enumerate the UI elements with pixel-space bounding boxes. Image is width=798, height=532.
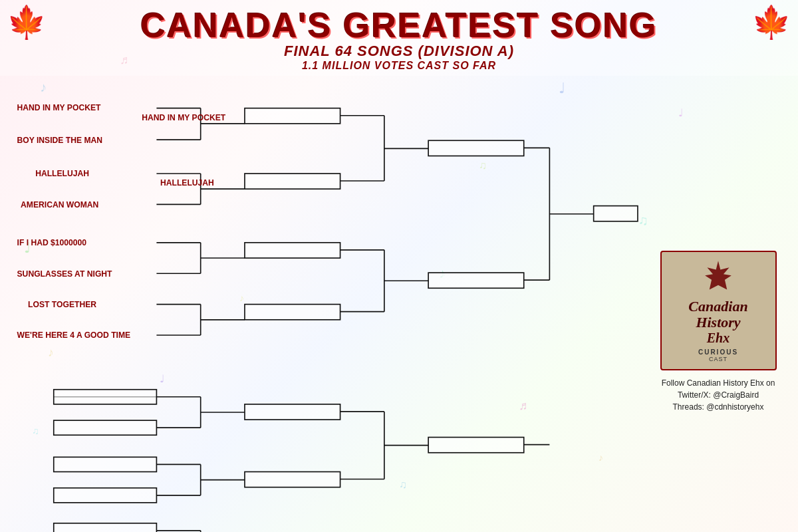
song-label-7: LOST TOGETHER [28, 300, 96, 309]
song-label-2: BOY INSIDE THE MAN [17, 136, 103, 145]
svg-rect-40 [54, 420, 157, 435]
song-label-5: IF I HAD $1000000 [17, 238, 87, 247]
song-label-4: AMERICAN WOMAN [21, 200, 98, 209]
svg-rect-11 [245, 174, 340, 189]
logo-box: Canadian History Ehx CURIOUS CAST [660, 251, 777, 370]
svg-text:🍁: 🍁 [751, 3, 791, 40]
svg-text:🍁: 🍁 [7, 3, 47, 40]
svg-rect-46 [54, 488, 157, 503]
logo-curious: CURIOUS [698, 348, 738, 356]
logo-text-2: History [696, 315, 740, 331]
svg-rect-64 [428, 438, 524, 453]
maple-leaf-top-right: 🍁 [751, 3, 791, 47]
sidebar: Canadian History Ehx CURIOUS CAST Follow… [652, 82, 785, 528]
svg-rect-25 [245, 305, 340, 320]
logo-text-1: Canadian [688, 299, 747, 315]
svg-rect-24 [245, 243, 340, 258]
subtitle: FINAL 64 SONGS (DIVISION A) [0, 43, 798, 60]
svg-rect-36 [594, 206, 638, 221]
logo-text-3: Ehx [707, 331, 730, 346]
svg-rect-56 [54, 523, 157, 532]
svg-rect-10 [245, 108, 340, 124]
logo-cast: CAST [709, 356, 728, 362]
svg-rect-38 [54, 390, 157, 404]
bracket-svg: HAND IN MY POCKET BOY INSIDE THE MAN HAN… [13, 82, 645, 532]
logo-maple-leaf [692, 259, 745, 299]
follow-text: Follow Canadian History Ehx on Twitter/X… [662, 377, 775, 413]
maple-leaf-top-left: 🍁 [7, 3, 47, 47]
song-label-r2-2: HALLELUJAH [160, 178, 214, 188]
song-label-3: HALLELUJAH [35, 169, 89, 178]
votes-count: 1.1 MILLION VOTES CAST SO FAR [0, 60, 798, 72]
svg-rect-51 [245, 471, 340, 487]
main-content: HAND IN MY POCKET BOY INSIDE THE MAN HAN… [0, 76, 798, 532]
bracket-area: HAND IN MY POCKET BOY INSIDE THE MAN HAN… [13, 82, 645, 528]
svg-rect-30 [428, 140, 524, 156]
page-header: CANADA'S GREATEST SONG FINAL 64 SONGS (D… [0, 0, 798, 76]
svg-rect-50 [245, 404, 340, 420]
main-title: CANADA'S GREATEST SONG [0, 8, 798, 43]
song-label-8: WE'RE HERE 4 A GOOD TIME [17, 331, 131, 340]
svg-rect-44 [54, 457, 157, 471]
svg-rect-31 [428, 273, 524, 288]
song-label-6: SUNGLASSES AT NIGHT [17, 269, 113, 279]
song-label-r2-1: HAND IN MY POCKET [142, 113, 225, 122]
song-label-1: HAND IN MY POCKET [17, 103, 101, 112]
